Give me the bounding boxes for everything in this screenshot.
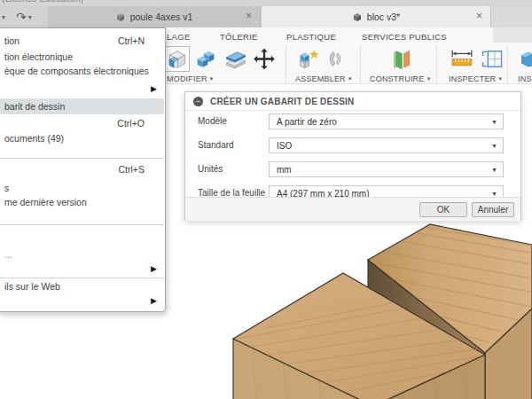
chevron-down-icon: ▼ xyxy=(426,76,432,82)
move-icon[interactable] xyxy=(252,46,277,72)
dialog-footer: OK Annuler xyxy=(185,197,520,221)
redo-dropdown-icon[interactable]: ▾ xyxy=(28,13,32,21)
ok-button[interactable]: OK xyxy=(419,202,467,217)
group-label-assembler[interactable]: ASSEMBLER▼ xyxy=(295,74,353,83)
shortcut: Ctrl+O xyxy=(117,118,145,129)
field-row-standard: Standard ISO ▼ xyxy=(185,137,520,153)
app-window: (Licence Éducation) ▾ ↷ ▾ poule 4axes v1… xyxy=(0,0,532,399)
ribbon-tab-tolerie[interactable]: TÔLERIE xyxy=(220,32,258,42)
menu-item-conception-electronique[interactable]: tion électronique xyxy=(0,50,164,64)
ribbon-right-shade xyxy=(493,27,532,43)
chevron-down-icon: ▼ xyxy=(491,191,497,197)
shortcut: Ctrl+N xyxy=(118,35,145,46)
menu-item-bibliotheque-composants[interactable]: èque de composants électroniques xyxy=(0,64,164,78)
group-separator xyxy=(436,45,437,84)
group-label-inserer[interactable]: INS xyxy=(518,74,532,83)
license-text: (Licence Éducation) xyxy=(2,0,532,4)
field-label: Standard xyxy=(198,140,234,150)
menu-item-recuperer-documents[interactable]: ocuments (49) xyxy=(0,131,164,145)
standard-dropdown[interactable]: ISO ▼ xyxy=(269,137,504,153)
document-tab-poule-4axes[interactable]: poule 4axes v1 × xyxy=(48,6,261,27)
create-drawing-template-dialog: − CRÉER UN GABARIT DE DESSIN Modèle A pa… xyxy=(184,91,521,221)
chevron-down-icon: ▼ xyxy=(491,143,497,149)
menu-item-submenu[interactable]: ▶ xyxy=(0,293,164,309)
chevron-down-icon: ▼ xyxy=(491,167,497,173)
chevron-down-icon: ▼ xyxy=(209,76,215,82)
ribbon-tab-assemblage[interactable]: LAGE xyxy=(167,32,191,42)
group-separator xyxy=(507,45,508,84)
chevron-down-icon: ▼ xyxy=(491,119,497,125)
field-row-modele: Modèle A partir de zéro ▼ xyxy=(185,113,520,129)
menu-item-nouvelle-conception[interactable]: tion Ctrl+N xyxy=(0,34,164,48)
group-separator xyxy=(286,45,286,84)
tab-bar-empty-area xyxy=(490,6,532,27)
close-tab-icon[interactable]: × xyxy=(246,10,252,22)
file-menu: tion Ctrl+N tion électronique èque de co… xyxy=(0,27,166,312)
construction-plane-icon[interactable] xyxy=(387,46,414,72)
document-tab-label: bloc v3* xyxy=(367,12,400,22)
menu-item-truncated[interactable]: ... xyxy=(0,248,164,261)
offset-face-icon[interactable] xyxy=(223,46,248,72)
group-label-construire[interactable]: CONSTRUIRE▼ xyxy=(370,74,432,83)
dialog-header: − CRÉER UN GABARIT DE DESSIN xyxy=(185,92,520,111)
collapse-icon[interactable]: − xyxy=(193,97,203,106)
menu-item-enregistrer-sous[interactable]: s xyxy=(0,181,164,195)
undo-dropdown-icon[interactable]: ▾ xyxy=(2,13,5,21)
title-bar: (Licence Éducation) xyxy=(0,0,532,6)
submenu-arrow-icon: ▶ xyxy=(151,264,157,273)
field-label: Unités xyxy=(198,164,223,174)
ribbon-tab-plastique[interactable]: PLASTIQUE xyxy=(286,32,336,42)
submenu-arrow-icon: ▶ xyxy=(151,84,157,93)
submenu-arrow-icon: ▶ xyxy=(151,296,157,305)
chevron-down-icon: ▼ xyxy=(348,76,353,82)
quick-access-toolbar: ▾ ↷ ▾ xyxy=(0,6,34,27)
dialog-title: CRÉER UN GABARIT DE DESSIN xyxy=(210,97,354,106)
menu-item-submenu[interactable]: ▶ xyxy=(0,261,164,277)
shortcut: Ctrl+S xyxy=(119,164,145,175)
menu-item-submenu[interactable]: ▶ xyxy=(0,80,164,98)
ribbon-tab-services-publics[interactable]: SERVICES PUBLICS xyxy=(362,32,447,42)
document-tab-label: poule 4axes v1 xyxy=(130,12,193,22)
redo-icon[interactable]: ↷ xyxy=(16,11,27,23)
document-tab-bar: ▾ ↷ ▾ poule 4axes v1 × bloc v3* × xyxy=(0,6,532,27)
menu-item-details-web[interactable]: ils sur le Web xyxy=(0,280,164,293)
measure-icon[interactable] xyxy=(449,46,475,72)
joint-icon[interactable] xyxy=(323,46,347,72)
unites-dropdown[interactable]: mm ▼ xyxy=(269,161,504,177)
menu-item-gabarit-de-dessin[interactable]: barit de dessin xyxy=(0,98,164,114)
field-label: Modèle xyxy=(198,116,227,126)
group-label-inspecter[interactable]: INSPECTER▼ xyxy=(449,74,503,83)
section-analysis-icon[interactable] xyxy=(480,46,505,72)
document-tab-bloc-v3[interactable]: bloc v3* × xyxy=(262,6,490,27)
document-cube-icon xyxy=(352,12,363,22)
close-tab-icon[interactable]: × xyxy=(476,10,482,22)
new-component-icon[interactable] xyxy=(296,46,320,72)
menu-item-ouvrir[interactable]: Ctrl+O xyxy=(0,116,164,130)
document-cube-icon xyxy=(115,12,126,22)
chevron-down-icon: ▼ xyxy=(497,76,503,82)
insert-icon[interactable] xyxy=(520,46,532,72)
menu-item-enregistrer[interactable]: Ctrl+S xyxy=(0,162,164,176)
menu-separator xyxy=(0,224,164,225)
menu-item-derniere-version[interactable]: me dernière version xyxy=(0,195,164,209)
group-label-modifier[interactable]: MODIFIER▼ xyxy=(167,74,215,83)
menu-separator xyxy=(0,158,164,159)
combine-icon[interactable] xyxy=(193,46,218,72)
modele-dropdown[interactable]: A partir de zéro ▼ xyxy=(269,113,504,129)
group-separator xyxy=(360,45,361,84)
field-row-unites: Unités mm ▼ xyxy=(185,161,520,177)
menu-separator xyxy=(0,278,164,278)
press-pull-icon[interactable] xyxy=(165,46,190,72)
cancel-button[interactable]: Annuler xyxy=(472,202,514,217)
